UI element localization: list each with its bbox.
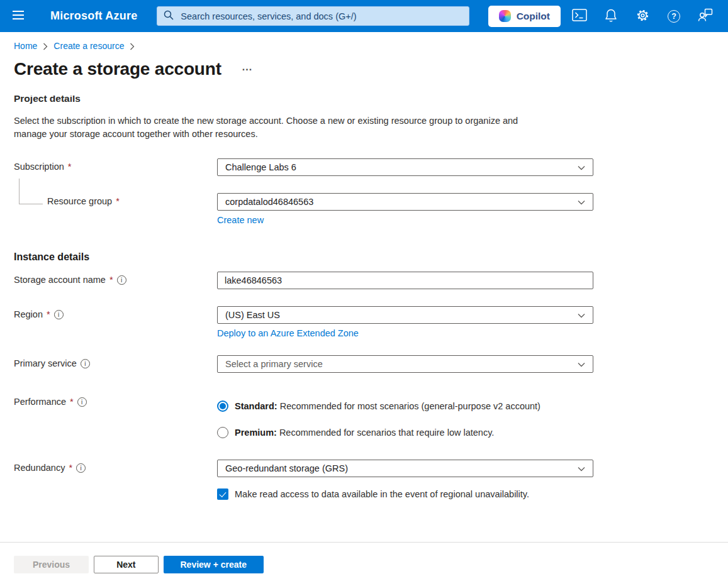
resource-group-label: Resource group * — [14, 193, 217, 206]
chevron-down-icon — [578, 162, 585, 172]
radio-button-icon — [217, 427, 228, 438]
performance-radio-group: Standard:Recommended for most scenarios … — [217, 395, 593, 438]
azure-brand: Microsoft Azure — [50, 9, 137, 23]
subscription-label: Subscription * — [14, 158, 217, 172]
read-access-checkbox-row[interactable]: Make read access to data available in th… — [217, 488, 593, 500]
subscription-dropdown[interactable]: Challenge Labs 6 — [217, 158, 593, 176]
settings-button[interactable] — [630, 4, 655, 29]
topbar-actions: Copilot ? — [488, 4, 718, 29]
wizard-footer: Previous Next Review + create — [0, 542, 728, 574]
info-icon[interactable]: i — [76, 463, 86, 473]
redundancy-dropdown[interactable]: Geo-redundant storage (GRS) — [217, 460, 593, 477]
info-icon[interactable]: i — [54, 310, 64, 319]
create-storage-account-page: Microsoft Azure Copilot — [0, 0, 728, 574]
copilot-button[interactable]: Copilot — [488, 6, 561, 27]
copilot-label: Copilot — [517, 11, 550, 22]
review-create-button[interactable]: Review + create — [164, 556, 264, 573]
next-button[interactable]: Next — [94, 556, 158, 573]
chevron-down-icon — [578, 359, 585, 369]
primary-service-label: Primary service i — [14, 355, 217, 368]
performance-option-premium[interactable]: Premium:Recommended for scenarios that r… — [217, 427, 593, 438]
info-icon[interactable]: i — [77, 397, 87, 407]
deploy-extended-zone-link[interactable]: Deploy to an Azure Extended Zone — [217, 328, 359, 338]
resource-group-value: corpdatalod46846563 — [225, 197, 313, 207]
breadcrumb-link-create-a-resource[interactable]: Create a resource — [53, 41, 124, 51]
create-new-link[interactable]: Create new — [217, 215, 264, 225]
section-heading-project-details: Project details — [14, 96, 728, 104]
primary-service-placeholder: Select a primary service — [225, 359, 323, 369]
required-asterisk: * — [47, 309, 50, 319]
notifications-bell-icon — [604, 8, 618, 25]
required-asterisk: * — [68, 162, 72, 172]
storage-account-name-label: Storage account name * i — [14, 272, 217, 285]
chevron-right-icon — [43, 43, 48, 50]
copilot-logo-icon — [499, 10, 511, 22]
info-icon[interactable]: i — [81, 359, 90, 368]
performance-option-standard[interactable]: Standard:Recommended for most scenarios … — [217, 400, 593, 412]
section-heading-instance-details: Instance details — [14, 251, 728, 263]
feedback-button[interactable] — [693, 4, 718, 29]
required-asterisk: * — [69, 463, 72, 473]
global-search-input[interactable] — [179, 11, 462, 22]
redundancy-value: Geo-redundant storage (GRS) — [225, 463, 348, 473]
primary-service-dropdown[interactable]: Select a primary service — [217, 355, 593, 373]
resource-group-dropdown[interactable]: corpdatalod46846563 — [217, 193, 593, 211]
previous-button[interactable]: Previous — [14, 556, 89, 573]
chevron-right-icon — [130, 43, 135, 50]
radio-button-icon — [217, 400, 228, 412]
region-value: (US) East US — [225, 310, 280, 320]
cloud-shell-button[interactable] — [567, 4, 592, 29]
breadcrumb-link-home[interactable]: Home — [14, 41, 37, 51]
performance-label: Performance * i — [14, 395, 217, 407]
region-label: Region * i — [14, 306, 217, 319]
subscription-value: Challenge Labs 6 — [225, 162, 296, 172]
help-icon: ? — [668, 10, 680, 23]
redundancy-label: Redundancy * i — [14, 460, 217, 473]
region-dropdown[interactable]: (US) East US — [217, 306, 593, 324]
parent-child-connector-line — [19, 179, 43, 204]
feedback-icon — [698, 8, 713, 24]
chevron-down-icon — [578, 463, 585, 473]
cloud-shell-icon — [572, 9, 587, 23]
chevron-down-icon — [578, 197, 585, 207]
required-asterisk: * — [109, 275, 113, 285]
portal-menu-button[interactable] — [10, 8, 26, 25]
required-asterisk: * — [116, 196, 120, 206]
page-title: Create a storage account — [14, 59, 221, 79]
storage-account-name-input[interactable] — [217, 272, 593, 289]
read-access-checkbox-label: Make read access to data available in th… — [235, 489, 529, 499]
global-search-box[interactable] — [157, 6, 469, 26]
settings-gear-icon — [636, 8, 650, 25]
chevron-down-icon — [578, 310, 585, 320]
help-button[interactable]: ? — [661, 4, 686, 29]
required-asterisk: * — [70, 397, 74, 407]
breadcrumb: Home Create a resource — [0, 32, 728, 51]
search-icon — [164, 10, 174, 23]
project-details-description: Select the subscription in which to crea… — [14, 114, 728, 141]
azure-top-bar: Microsoft Azure Copilot — [0, 0, 728, 32]
notifications-button[interactable] — [598, 4, 624, 29]
info-icon[interactable]: i — [117, 275, 126, 285]
checkbox-checked-icon — [217, 488, 228, 500]
hamburger-menu-icon — [12, 10, 25, 22]
more-actions-ellipsis[interactable]: ... — [242, 62, 252, 73]
